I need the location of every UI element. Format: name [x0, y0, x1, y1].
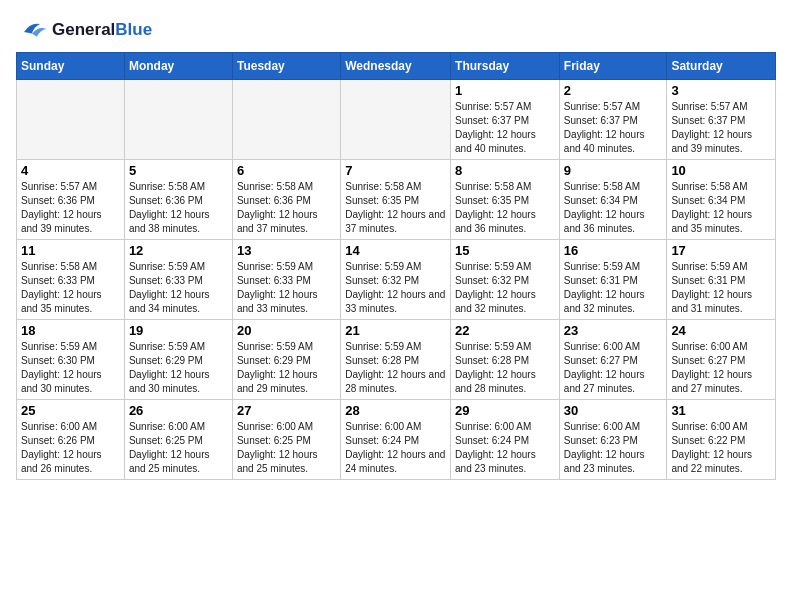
day-info: Sunrise: 5:57 AMSunset: 6:37 PMDaylight:…	[564, 100, 663, 156]
day-number: 25	[21, 403, 120, 418]
calendar-week-row: 18Sunrise: 5:59 AMSunset: 6:30 PMDayligh…	[17, 320, 776, 400]
day-info: Sunrise: 5:58 AMSunset: 6:36 PMDaylight:…	[237, 180, 336, 236]
day-number: 2	[564, 83, 663, 98]
day-number: 21	[345, 323, 446, 338]
calendar-cell: 4Sunrise: 5:57 AMSunset: 6:36 PMDaylight…	[17, 160, 125, 240]
calendar-cell: 21Sunrise: 5:59 AMSunset: 6:28 PMDayligh…	[341, 320, 451, 400]
day-info: Sunrise: 5:59 AMSunset: 6:29 PMDaylight:…	[129, 340, 228, 396]
calendar-cell: 15Sunrise: 5:59 AMSunset: 6:32 PMDayligh…	[451, 240, 560, 320]
calendar-cell: 26Sunrise: 6:00 AMSunset: 6:25 PMDayligh…	[124, 400, 232, 480]
day-number: 9	[564, 163, 663, 178]
day-info: Sunrise: 5:59 AMSunset: 6:32 PMDaylight:…	[455, 260, 555, 316]
calendar-week-row: 25Sunrise: 6:00 AMSunset: 6:26 PMDayligh…	[17, 400, 776, 480]
day-info: Sunrise: 5:57 AMSunset: 6:37 PMDaylight:…	[455, 100, 555, 156]
day-number: 23	[564, 323, 663, 338]
day-info: Sunrise: 6:00 AMSunset: 6:25 PMDaylight:…	[237, 420, 336, 476]
calendar-cell: 16Sunrise: 5:59 AMSunset: 6:31 PMDayligh…	[559, 240, 667, 320]
day-info: Sunrise: 5:58 AMSunset: 6:34 PMDaylight:…	[671, 180, 771, 236]
day-info: Sunrise: 5:59 AMSunset: 6:31 PMDaylight:…	[671, 260, 771, 316]
calendar-cell: 6Sunrise: 5:58 AMSunset: 6:36 PMDaylight…	[232, 160, 340, 240]
calendar-cell: 29Sunrise: 6:00 AMSunset: 6:24 PMDayligh…	[451, 400, 560, 480]
day-number: 28	[345, 403, 446, 418]
day-info: Sunrise: 5:59 AMSunset: 6:28 PMDaylight:…	[345, 340, 446, 396]
day-number: 31	[671, 403, 771, 418]
day-info: Sunrise: 5:57 AMSunset: 6:37 PMDaylight:…	[671, 100, 771, 156]
calendar-cell: 14Sunrise: 5:59 AMSunset: 6:32 PMDayligh…	[341, 240, 451, 320]
day-info: Sunrise: 6:00 AMSunset: 6:22 PMDaylight:…	[671, 420, 771, 476]
calendar-cell	[17, 80, 125, 160]
day-info: Sunrise: 5:59 AMSunset: 6:33 PMDaylight:…	[129, 260, 228, 316]
calendar-cell: 7Sunrise: 5:58 AMSunset: 6:35 PMDaylight…	[341, 160, 451, 240]
calendar-header-row: SundayMondayTuesdayWednesdayThursdayFrid…	[17, 53, 776, 80]
calendar-cell	[341, 80, 451, 160]
day-info: Sunrise: 5:57 AMSunset: 6:36 PMDaylight:…	[21, 180, 120, 236]
day-info: Sunrise: 6:00 AMSunset: 6:26 PMDaylight:…	[21, 420, 120, 476]
day-info: Sunrise: 5:58 AMSunset: 6:34 PMDaylight:…	[564, 180, 663, 236]
day-number: 13	[237, 243, 336, 258]
calendar-cell: 22Sunrise: 5:59 AMSunset: 6:28 PMDayligh…	[451, 320, 560, 400]
calendar-cell: 17Sunrise: 5:59 AMSunset: 6:31 PMDayligh…	[667, 240, 776, 320]
calendar-table: SundayMondayTuesdayWednesdayThursdayFrid…	[16, 52, 776, 480]
calendar-cell: 31Sunrise: 6:00 AMSunset: 6:22 PMDayligh…	[667, 400, 776, 480]
day-info: Sunrise: 5:59 AMSunset: 6:30 PMDaylight:…	[21, 340, 120, 396]
day-number: 29	[455, 403, 555, 418]
calendar-cell: 10Sunrise: 5:58 AMSunset: 6:34 PMDayligh…	[667, 160, 776, 240]
page-header: GeneralBlue	[16, 16, 776, 44]
day-number: 4	[21, 163, 120, 178]
logo: GeneralBlue	[16, 16, 152, 44]
day-number: 14	[345, 243, 446, 258]
day-number: 20	[237, 323, 336, 338]
calendar-cell: 9Sunrise: 5:58 AMSunset: 6:34 PMDaylight…	[559, 160, 667, 240]
calendar-week-row: 1Sunrise: 5:57 AMSunset: 6:37 PMDaylight…	[17, 80, 776, 160]
calendar-cell: 5Sunrise: 5:58 AMSunset: 6:36 PMDaylight…	[124, 160, 232, 240]
calendar-cell	[124, 80, 232, 160]
calendar-cell: 27Sunrise: 6:00 AMSunset: 6:25 PMDayligh…	[232, 400, 340, 480]
calendar-cell: 18Sunrise: 5:59 AMSunset: 6:30 PMDayligh…	[17, 320, 125, 400]
logo-icon	[16, 16, 48, 44]
day-info: Sunrise: 6:00 AMSunset: 6:27 PMDaylight:…	[671, 340, 771, 396]
calendar-cell: 24Sunrise: 6:00 AMSunset: 6:27 PMDayligh…	[667, 320, 776, 400]
day-number: 10	[671, 163, 771, 178]
calendar-header-friday: Friday	[559, 53, 667, 80]
day-number: 18	[21, 323, 120, 338]
day-info: Sunrise: 5:58 AMSunset: 6:33 PMDaylight:…	[21, 260, 120, 316]
day-number: 1	[455, 83, 555, 98]
day-info: Sunrise: 5:59 AMSunset: 6:32 PMDaylight:…	[345, 260, 446, 316]
calendar-cell: 8Sunrise: 5:58 AMSunset: 6:35 PMDaylight…	[451, 160, 560, 240]
calendar-cell	[232, 80, 340, 160]
day-info: Sunrise: 6:00 AMSunset: 6:23 PMDaylight:…	[564, 420, 663, 476]
day-info: Sunrise: 6:00 AMSunset: 6:24 PMDaylight:…	[345, 420, 446, 476]
calendar-cell: 13Sunrise: 5:59 AMSunset: 6:33 PMDayligh…	[232, 240, 340, 320]
day-number: 26	[129, 403, 228, 418]
calendar-cell: 3Sunrise: 5:57 AMSunset: 6:37 PMDaylight…	[667, 80, 776, 160]
calendar-header-wednesday: Wednesday	[341, 53, 451, 80]
day-number: 8	[455, 163, 555, 178]
day-number: 24	[671, 323, 771, 338]
day-info: Sunrise: 6:00 AMSunset: 6:25 PMDaylight:…	[129, 420, 228, 476]
calendar-header-thursday: Thursday	[451, 53, 560, 80]
day-number: 17	[671, 243, 771, 258]
calendar-week-row: 11Sunrise: 5:58 AMSunset: 6:33 PMDayligh…	[17, 240, 776, 320]
calendar-week-row: 4Sunrise: 5:57 AMSunset: 6:36 PMDaylight…	[17, 160, 776, 240]
day-number: 7	[345, 163, 446, 178]
day-number: 22	[455, 323, 555, 338]
day-info: Sunrise: 5:59 AMSunset: 6:31 PMDaylight:…	[564, 260, 663, 316]
day-info: Sunrise: 6:00 AMSunset: 6:24 PMDaylight:…	[455, 420, 555, 476]
day-number: 19	[129, 323, 228, 338]
day-number: 16	[564, 243, 663, 258]
calendar-header-sunday: Sunday	[17, 53, 125, 80]
day-info: Sunrise: 5:59 AMSunset: 6:33 PMDaylight:…	[237, 260, 336, 316]
calendar-cell: 20Sunrise: 5:59 AMSunset: 6:29 PMDayligh…	[232, 320, 340, 400]
calendar-cell: 30Sunrise: 6:00 AMSunset: 6:23 PMDayligh…	[559, 400, 667, 480]
calendar-cell: 25Sunrise: 6:00 AMSunset: 6:26 PMDayligh…	[17, 400, 125, 480]
day-number: 3	[671, 83, 771, 98]
day-info: Sunrise: 5:58 AMSunset: 6:36 PMDaylight:…	[129, 180, 228, 236]
calendar-cell: 28Sunrise: 6:00 AMSunset: 6:24 PMDayligh…	[341, 400, 451, 480]
calendar-cell: 11Sunrise: 5:58 AMSunset: 6:33 PMDayligh…	[17, 240, 125, 320]
day-number: 30	[564, 403, 663, 418]
day-info: Sunrise: 5:59 AMSunset: 6:28 PMDaylight:…	[455, 340, 555, 396]
day-number: 15	[455, 243, 555, 258]
calendar-cell: 2Sunrise: 5:57 AMSunset: 6:37 PMDaylight…	[559, 80, 667, 160]
day-info: Sunrise: 5:58 AMSunset: 6:35 PMDaylight:…	[455, 180, 555, 236]
calendar-header-tuesday: Tuesday	[232, 53, 340, 80]
